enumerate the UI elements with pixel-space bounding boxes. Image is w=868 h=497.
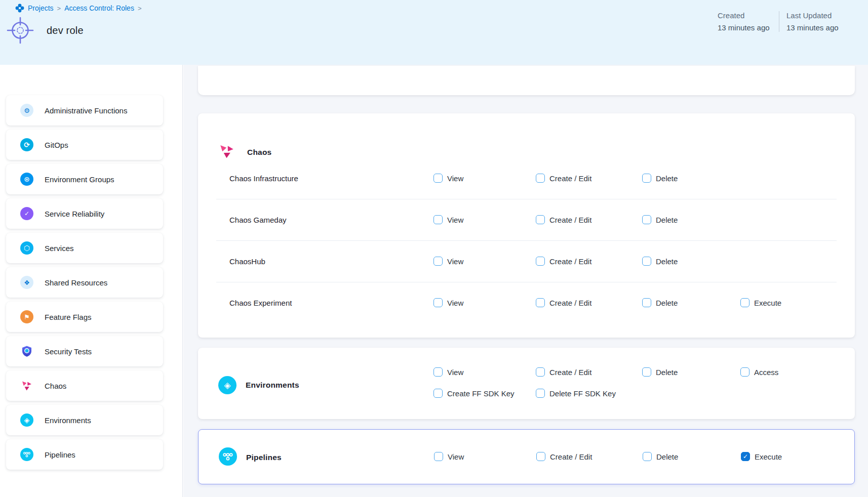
checkbox-view[interactable]: View: [433, 298, 463, 307]
meta-divider: [779, 11, 779, 32]
checkbox-access[interactable]: Access: [740, 367, 778, 377]
breadcrumb-chevron-icon: >: [138, 5, 142, 12]
checkbox-view[interactable]: View: [433, 215, 463, 224]
checkbox-delete[interactable]: Delete: [642, 367, 678, 377]
sidebar-item-pipelines[interactable]: Pipelines: [6, 439, 163, 470]
checkbox-delete[interactable]: Delete: [642, 215, 678, 224]
checkbox-view[interactable]: View: [433, 174, 463, 183]
sidebar-item-environment-groups[interactable]: ⊛ Environment Groups: [6, 164, 163, 194]
sidebar-item-security-tests[interactable]: Security Tests: [6, 336, 163, 366]
checkbox-box[interactable]: [642, 257, 651, 266]
security-tests-icon: [20, 345, 33, 358]
checkbox-label: Create / Edit: [549, 299, 591, 307]
breadcrumb-link-access-control-roles[interactable]: Access Control: Roles: [64, 4, 134, 12]
sidebar-item-label: Pipelines: [45, 450, 75, 459]
checkbox-box[interactable]: [642, 174, 651, 183]
projects-clover-icon: [15, 4, 24, 13]
sidebar-item-shared-resources[interactable]: ❖ Shared Resources: [6, 267, 163, 298]
environments-permissions-line-2: Create FF SDK Key Delete FF SDK Key: [198, 384, 855, 402]
checkbox-label: Delete: [656, 257, 678, 266]
checkbox-box[interactable]: [536, 452, 545, 461]
pipelines-permissions-line: View Create / Edit Delete ✓ Execute: [199, 430, 854, 483]
checkbox-create-edit[interactable]: Create / Edit: [536, 298, 591, 307]
service-reliability-icon: ✓: [20, 207, 33, 220]
resource-label: ChaosHub: [229, 257, 265, 266]
checkbox-label: Create / Edit: [549, 257, 591, 266]
checkbox-label: Delete: [656, 174, 678, 183]
checkbox-box[interactable]: [740, 367, 749, 377]
checkbox-box[interactable]: [536, 367, 545, 377]
sidebar-item-chaos[interactable]: Chaos: [6, 370, 163, 401]
checkbox-box[interactable]: [433, 257, 443, 266]
checkbox-delete-ff-sdk-key[interactable]: Delete FF SDK Key: [536, 389, 616, 398]
checkbox-box[interactable]: [642, 215, 651, 224]
sidebar-item-label: Environment Groups: [45, 175, 114, 184]
permission-row-chaos-experiment: Chaos Experiment View Create / Edit Dele…: [198, 282, 855, 323]
checkbox-execute[interactable]: Execute: [740, 298, 781, 307]
permission-row-chaoshub: ChaosHub View Create / Edit Delete: [198, 240, 855, 282]
sidebar-item-environments[interactable]: ◈ Environments: [6, 405, 163, 435]
checkbox-box[interactable]: [642, 367, 651, 377]
checkbox-create-edit[interactable]: Create / Edit: [536, 257, 591, 266]
checkbox-box[interactable]: [434, 452, 443, 461]
created-value: 13 minutes ago: [718, 23, 779, 32]
checkbox-label: Create FF SDK Key: [447, 389, 515, 398]
checkbox-box[interactable]: [536, 389, 545, 398]
checkbox-box[interactable]: [740, 298, 749, 307]
checkbox-box[interactable]: [433, 367, 443, 377]
checkbox-box[interactable]: [536, 174, 545, 183]
chaos-permissions-card: Chaos Chaos Infrastructure View Create /…: [198, 113, 855, 338]
checkbox-create-edit[interactable]: Create / Edit: [536, 452, 592, 461]
checkbox-label: View: [447, 216, 463, 224]
sidebar-item-services[interactable]: ⬡ Services: [6, 233, 163, 263]
sidebar-item-administrative-functions[interactable]: ⚙ Administrative Functions: [6, 95, 163, 126]
checkbox-view[interactable]: View: [434, 452, 464, 461]
checkbox-create-ff-sdk-key[interactable]: Create FF SDK Key: [433, 389, 515, 398]
checkbox-create-edit[interactable]: Create / Edit: [536, 215, 591, 224]
permissions-panel: Chaos Chaos Infrastructure View Create /…: [183, 65, 868, 497]
checkbox-create-edit[interactable]: Create / Edit: [536, 367, 591, 377]
resource-label: Chaos Infrastructure: [229, 174, 298, 183]
checkbox-delete[interactable]: Delete: [642, 257, 678, 266]
checkbox-delete[interactable]: Delete: [643, 452, 678, 461]
checkbox-execute-checked[interactable]: ✓ Execute: [741, 452, 782, 461]
breadcrumb-link-projects[interactable]: Projects: [28, 4, 54, 12]
sidebar-item-label: GitOps: [45, 141, 68, 149]
sidebar-item-label: Feature Flags: [45, 313, 92, 321]
sidebar-item-service-reliability[interactable]: ✓ Service Reliability: [6, 198, 163, 229]
sidebar-item-label: Service Reliability: [45, 210, 104, 218]
checkbox-label: Create / Edit: [549, 216, 591, 224]
checkbox-label: View: [447, 174, 463, 183]
checkbox-label: Create / Edit: [550, 452, 592, 461]
sidebar-item-label: Administrative Functions: [45, 106, 127, 115]
sidebar-item-label: Security Tests: [45, 347, 92, 356]
checkbox-label: Create / Edit: [549, 368, 591, 377]
page-header: Projects > Access Control: Roles > dev r…: [0, 0, 868, 65]
checkbox-box[interactable]: [536, 257, 545, 266]
checkbox-box-checked[interactable]: ✓: [741, 452, 750, 461]
checkbox-box[interactable]: [642, 298, 651, 307]
checkbox-box[interactable]: [433, 174, 443, 183]
sidebar-item-label: Chaos: [45, 382, 66, 390]
checkbox-delete[interactable]: Delete: [642, 174, 678, 183]
checkbox-box[interactable]: [433, 215, 443, 224]
checkbox-view[interactable]: View: [433, 257, 463, 266]
checkbox-create-edit[interactable]: Create / Edit: [536, 174, 591, 183]
checkbox-box[interactable]: [536, 215, 545, 224]
checkbox-view[interactable]: View: [433, 367, 463, 377]
checkbox-box[interactable]: [433, 298, 443, 307]
checkbox-box[interactable]: [536, 298, 545, 307]
checkbox-label: Delete FF SDK Key: [549, 389, 616, 398]
check-icon: ✓: [743, 453, 748, 460]
checkbox-box[interactable]: [643, 452, 652, 461]
sidebar-item-gitops[interactable]: ⟳ GitOps: [6, 130, 163, 160]
sidebar-item-feature-flags[interactable]: ⚑ Feature Flags: [6, 302, 163, 332]
checkbox-label: Delete: [656, 299, 678, 307]
meta-timestamps: Created 13 minutes ago Last Updated 13 m…: [718, 11, 839, 32]
checkbox-box[interactable]: [433, 389, 443, 398]
sidebar-item-label: Services: [45, 244, 74, 253]
checkbox-label: Create / Edit: [549, 174, 591, 183]
gitops-icon: ⟳: [20, 138, 33, 151]
checkbox-delete[interactable]: Delete: [642, 298, 678, 307]
services-icon: ⬡: [20, 241, 33, 255]
